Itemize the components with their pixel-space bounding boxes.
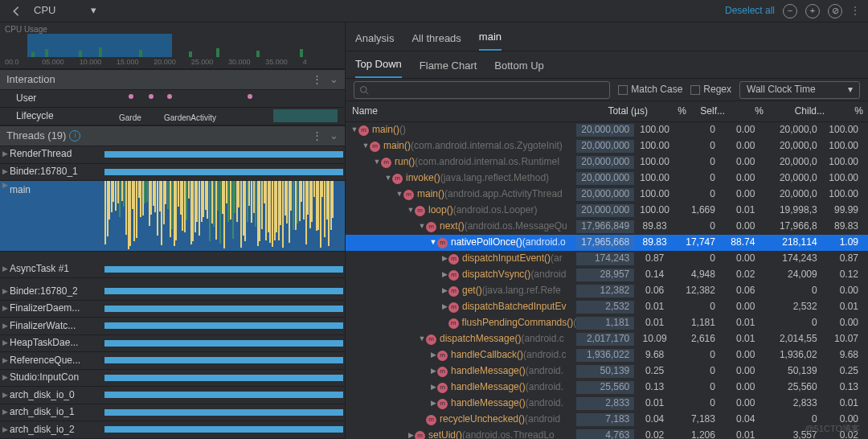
- expand-icon[interactable]: ▶: [0, 167, 10, 177]
- cpu-usage-chart[interactable]: CPU Usage 00.005.000 10.00015.000 20.000…: [0, 23, 345, 69]
- threads-header[interactable]: Threads (19) i ⋮ ⌄: [0, 125, 345, 146]
- expand-icon[interactable]: ▶: [0, 373, 10, 383]
- user-event-dot[interactable]: [129, 94, 133, 99]
- expand-icon[interactable]: ▶: [440, 270, 448, 280]
- expand-icon[interactable]: ▶: [429, 367, 437, 376]
- call-row[interactable]: ▼ m run() (com.android.internal.os.Runti…: [346, 154, 868, 170]
- user-event-dot[interactable]: [167, 94, 172, 99]
- call-row[interactable]: ▼ m next() (android.os.MessageQu 17,966,…: [346, 219, 868, 235]
- expand-icon[interactable]: ▼: [384, 174, 392, 183]
- lifecycle-mark[interactable]: GardenActivity: [164, 112, 216, 123]
- expand-icon[interactable]: ▶: [407, 431, 415, 439]
- time-mode-select[interactable]: Wall Clock Time ▾: [739, 81, 860, 99]
- expand-icon[interactable]: ▶: [0, 425, 10, 435]
- expand-icon[interactable]: ▶: [0, 181, 10, 191]
- tab-all-threads[interactable]: All threads: [411, 27, 461, 51]
- profiler-selector[interactable]: CPU ▾: [29, 3, 101, 19]
- more-icon[interactable]: ⋮: [312, 129, 323, 143]
- info-icon[interactable]: i: [69, 130, 80, 142]
- lifecycle-mark[interactable]: Garde: [119, 112, 141, 123]
- lifecycle-span[interactable]: [273, 109, 338, 122]
- expand-icon[interactable]: ▶: [0, 265, 10, 274]
- zoom-in-button[interactable]: +: [805, 4, 820, 18]
- tab-main[interactable]: main: [479, 26, 502, 51]
- expand-icon[interactable]: ▶: [0, 150, 10, 159]
- thread-row[interactable]: ▶ arch_disk_io_2: [0, 421, 345, 439]
- call-row[interactable]: ▼ m loop() (android.os.Looper) 20,000,00…: [346, 203, 868, 219]
- call-row[interactable]: ▶ m handleMessage() (android. 50,139 0.2…: [346, 363, 868, 380]
- call-row[interactable]: ▼ m main() () 20,000,000 100.00 0 0.00 2…: [346, 122, 868, 138]
- expand-icon[interactable]: ▼: [418, 334, 426, 344]
- call-row[interactable]: ▶ m dispatchInputEvent() (ar 174,243 0.8…: [346, 251, 868, 267]
- expand-icon[interactable]: ▶: [440, 302, 448, 312]
- thread-row[interactable]: ▶ RenderThread: [0, 146, 345, 164]
- col-name[interactable]: Name: [350, 105, 592, 118]
- expand-icon[interactable]: ▼: [395, 190, 403, 199]
- thread-row[interactable]: ▶ ReferenceQue...: [0, 352, 345, 370]
- col-total-pct[interactable]: %: [653, 105, 691, 118]
- call-row[interactable]: ▼ m invoke() (java.lang.reflect.Method) …: [346, 170, 868, 187]
- expand-icon[interactable]: ▶: [429, 351, 437, 360]
- reset-zoom-button[interactable]: ⊘: [828, 4, 842, 18]
- expand-icon[interactable]: ▶: [0, 408, 10, 417]
- expand-icon[interactable]: ▶: [429, 383, 437, 392]
- call-row[interactable]: ▶ m get() (java.lang.ref.Refe 12,382 0.0…: [346, 283, 868, 299]
- expand-icon[interactable]: ▶: [0, 391, 10, 400]
- call-row[interactable]: ▼ m nativePollOnce() (android.o 17,965,6…: [346, 235, 868, 251]
- deselect-all-link[interactable]: Deselect all: [725, 5, 775, 18]
- expand-icon[interactable]: ▶: [0, 287, 10, 297]
- thread-row[interactable]: ▶ Binder:16780_1: [0, 164, 345, 182]
- collapse-icon[interactable]: ⌄: [330, 73, 338, 87]
- expand-icon[interactable]: ▼: [407, 206, 415, 215]
- user-event-dot[interactable]: [248, 94, 252, 99]
- collapse-icon[interactable]: ⌄: [330, 129, 338, 143]
- call-row[interactable]: ▶ m dispatchBatchedInputEv 2,532 0.01 0 …: [346, 299, 868, 315]
- more-icon[interactable]: ⋮: [850, 5, 860, 18]
- zoom-out-button[interactable]: −: [783, 4, 797, 18]
- thread-row[interactable]: ▶ HeapTaskDae...: [0, 335, 345, 353]
- thread-row[interactable]: ▶ arch_disk_io_0: [0, 387, 345, 404]
- expand-icon[interactable]: ▼: [418, 222, 426, 232]
- thread-row[interactable]: ▶ main: [0, 181, 345, 252]
- thread-row[interactable]: ▶ Studio:InputCon: [0, 370, 345, 388]
- expand-icon[interactable]: ▶: [0, 322, 10, 331]
- expand-icon[interactable]: ▶: [440, 286, 448, 296]
- thread-row[interactable]: ▶ AsyncTask #1: [0, 261, 345, 279]
- thread-row[interactable]: ▶ arch_disk_io_1: [0, 404, 345, 422]
- call-row[interactable]: ▼ m main() (android.app.ActivityThread 2…: [346, 187, 868, 203]
- tab-bottom-up[interactable]: Bottom Up: [494, 55, 543, 78]
- col-total[interactable]: Total (µs): [592, 105, 653, 118]
- col-child-pct[interactable]: %: [829, 105, 868, 118]
- search-input[interactable]: [354, 81, 610, 99]
- interaction-header[interactable]: Interaction ⋮ ⌄: [0, 69, 345, 90]
- user-event-dot[interactable]: [149, 94, 154, 99]
- more-icon[interactable]: ⋮: [312, 73, 323, 87]
- expand-icon[interactable]: ▼: [350, 125, 358, 135]
- tab-top-down[interactable]: Top Down: [355, 53, 402, 78]
- call-row[interactable]: ▶ m dispatchVsync() (android 28,957 0.14…: [346, 267, 868, 283]
- expand-icon[interactable]: ▼: [429, 238, 437, 248]
- expand-icon[interactable]: ▶: [429, 399, 437, 408]
- tab-flame-chart[interactable]: Flame Chart: [420, 55, 477, 78]
- thread-row[interactable]: ▶ FinalizerDaem...: [0, 301, 345, 318]
- back-button[interactable]: [8, 3, 24, 19]
- call-row[interactable]: ▶ m handleMessage() (android. 2,833 0.01…: [346, 396, 868, 412]
- col-self-pct[interactable]: %: [730, 105, 768, 118]
- match-case-checkbox[interactable]: Match Case: [618, 84, 682, 96]
- call-row[interactable]: m recycleUnchecked() (android 7,183 0.04…: [346, 412, 868, 428]
- call-row[interactable]: ▶ m handleMessage() (android. 25,560 0.1…: [346, 380, 868, 396]
- call-row[interactable]: ▶ m handleCallback() (android.c 1,936,02…: [346, 347, 868, 363]
- call-row[interactable]: ▼ m main() (com.android.internal.os.Zygo…: [346, 138, 868, 154]
- expand-icon[interactable]: ▶: [0, 338, 10, 348]
- thread-row[interactable]: ▶ Binder:16780_2: [0, 283, 345, 301]
- thread-row[interactable]: ▶ FinalizerWatc...: [0, 318, 345, 335]
- col-self[interactable]: Self...: [691, 105, 730, 118]
- expand-icon[interactable]: ▼: [362, 142, 370, 151]
- call-row[interactable]: ▶ m setUid() (android.os.ThreadLo 4,763 …: [346, 428, 868, 439]
- expand-icon[interactable]: ▼: [373, 158, 381, 167]
- tab-analysis[interactable]: Analysis: [355, 27, 394, 51]
- call-row[interactable]: ▼ m dispatchMessage() (android.c 2,017,1…: [346, 331, 868, 347]
- expand-icon[interactable]: ▶: [0, 304, 10, 314]
- col-child[interactable]: Child...: [768, 105, 829, 118]
- expand-icon[interactable]: ▶: [0, 356, 10, 366]
